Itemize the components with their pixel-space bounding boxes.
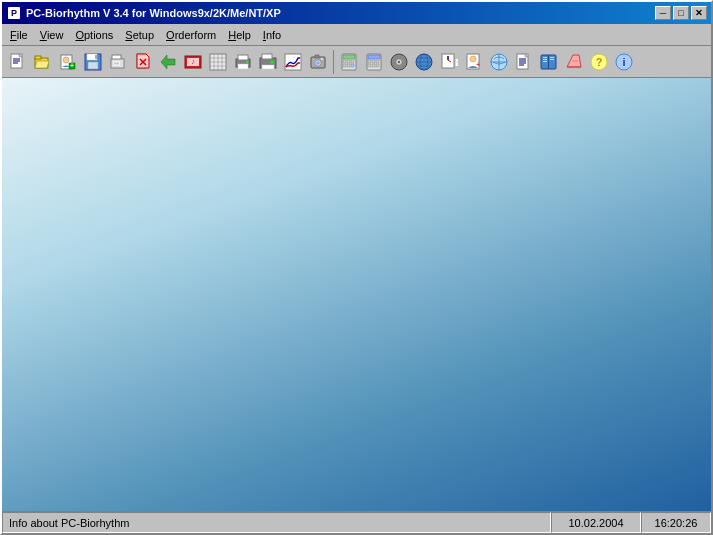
app-window: P PC-Biorhythm V 3.4 for Windows9x/2K/Me… xyxy=(0,0,713,535)
svg-text:?: ? xyxy=(596,56,603,68)
help-button[interactable]: ? xyxy=(587,50,611,74)
svg-rect-56 xyxy=(343,64,346,67)
menu-setup[interactable]: Setup xyxy=(119,27,160,43)
main-content xyxy=(2,78,711,511)
svg-rect-8 xyxy=(35,56,41,59)
save-button[interactable] xyxy=(81,50,105,74)
person-button[interactable]: + xyxy=(462,50,486,74)
minimize-button[interactable]: ─ xyxy=(655,6,671,20)
svg-rect-15 xyxy=(88,62,98,69)
disk-button[interactable] xyxy=(387,50,411,74)
svg-rect-58 xyxy=(351,64,354,67)
close-button[interactable]: ✕ xyxy=(691,6,707,20)
calculator-button[interactable] xyxy=(337,50,361,74)
svg-text:+: + xyxy=(476,61,480,68)
menu-options[interactable]: Options xyxy=(69,27,119,43)
svg-text:♪: ♪ xyxy=(191,57,195,66)
window-title: PC-Biorhythm V 3.4 for Windows9x/2K/Me/N… xyxy=(26,7,655,19)
delete-button[interactable] xyxy=(131,50,155,74)
svg-rect-92 xyxy=(548,55,549,69)
svg-rect-62 xyxy=(372,60,375,63)
app-icon: P xyxy=(6,5,22,21)
svg-rect-49 xyxy=(315,55,319,58)
title-bar: P PC-Biorhythm V 3.4 for Windows9x/2K/Me… xyxy=(2,2,711,24)
calc2-button[interactable] xyxy=(362,50,386,74)
biorhythm-button[interactable] xyxy=(206,50,230,74)
chart-button[interactable] xyxy=(281,50,305,74)
globe2-button[interactable] xyxy=(487,50,511,74)
doc-button[interactable] xyxy=(512,50,536,74)
svg-rect-54 xyxy=(347,60,350,63)
svg-rect-63 xyxy=(376,60,379,63)
refresh-button[interactable] xyxy=(156,50,180,74)
svg-point-48 xyxy=(316,61,320,65)
svg-rect-57 xyxy=(347,64,350,67)
svg-rect-52 xyxy=(343,55,355,59)
status-time-text: 16:20:26 xyxy=(655,517,698,529)
camera-button[interactable] xyxy=(306,50,330,74)
svg-text:+: + xyxy=(70,62,74,69)
toolbar: + xyxy=(2,46,711,78)
clock-button[interactable]: 📄 xyxy=(437,50,461,74)
print2-button[interactable] xyxy=(256,50,280,74)
menu-view[interactable]: View xyxy=(34,27,70,43)
status-date: 10.02.2004 xyxy=(551,512,641,533)
svg-rect-95 xyxy=(543,61,547,62)
open-button[interactable] xyxy=(31,50,55,74)
svg-rect-61 xyxy=(368,60,371,63)
svg-rect-42 xyxy=(262,54,272,59)
svg-rect-43 xyxy=(262,65,274,69)
print-button[interactable] xyxy=(231,50,255,74)
menu-file[interactable]: File xyxy=(4,27,34,43)
menu-info[interactable]: Info xyxy=(257,27,287,43)
svg-rect-50 xyxy=(321,58,323,60)
svg-rect-16 xyxy=(95,55,97,59)
svg-marker-26 xyxy=(161,55,175,69)
svg-text:📄: 📄 xyxy=(454,58,458,67)
status-time: 16:20:26 xyxy=(641,512,711,533)
svg-rect-66 xyxy=(376,64,379,67)
svg-rect-39 xyxy=(238,64,248,69)
status-info-text: Info about PC-Biorhythm xyxy=(9,517,129,529)
svg-point-10 xyxy=(63,57,69,63)
info-button[interactable]: i xyxy=(612,50,636,74)
new-button[interactable] xyxy=(6,50,30,74)
image-button[interactable]: ♪ xyxy=(181,50,205,74)
svg-rect-96 xyxy=(550,57,554,58)
svg-rect-93 xyxy=(543,57,547,58)
status-bar: Info about PC-Biorhythm 10.02.2004 16:20… xyxy=(2,511,711,533)
svg-rect-55 xyxy=(351,60,354,63)
svg-point-69 xyxy=(398,61,400,63)
menu-help[interactable]: Help xyxy=(222,27,257,43)
book-button[interactable] xyxy=(537,50,561,74)
globe-button[interactable] xyxy=(412,50,436,74)
window-controls: ─ □ ✕ xyxy=(655,6,707,20)
svg-rect-64 xyxy=(368,64,371,67)
svg-text:P: P xyxy=(11,8,17,18)
svg-point-44 xyxy=(271,60,274,63)
svg-rect-94 xyxy=(543,59,547,60)
eraser-button[interactable] xyxy=(562,50,586,74)
svg-text:i: i xyxy=(622,56,625,68)
status-info: Info about PC-Biorhythm xyxy=(2,512,551,533)
print-preview-button[interactable] xyxy=(106,50,130,74)
svg-rect-40 xyxy=(246,61,248,63)
menu-bar: File View Options Setup Orderform Help I… xyxy=(2,24,711,46)
svg-rect-45 xyxy=(285,54,301,70)
new-person-button[interactable]: + xyxy=(56,50,80,74)
toolbar-separator-1 xyxy=(333,50,334,74)
svg-rect-38 xyxy=(238,55,248,60)
menu-orderform[interactable]: Orderform xyxy=(160,27,222,43)
svg-rect-65 xyxy=(372,64,375,67)
svg-rect-60 xyxy=(368,55,380,59)
maximize-button[interactable]: □ xyxy=(673,6,689,20)
status-date-text: 10.02.2004 xyxy=(568,517,623,529)
svg-rect-53 xyxy=(343,60,346,63)
svg-rect-97 xyxy=(550,59,554,60)
svg-rect-19 xyxy=(113,61,120,66)
